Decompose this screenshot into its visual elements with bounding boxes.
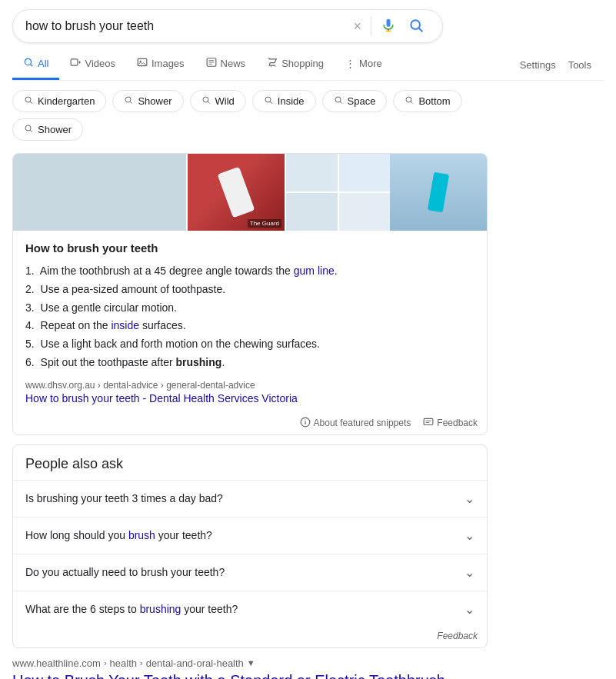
chip-bottom[interactable]: Bottom <box>393 90 461 112</box>
snippet-feedback-label: Feedback <box>437 418 478 428</box>
chip-search-icon-3 <box>264 95 273 107</box>
snippet-steps: 1. Aim the toothbrush at a 45 degree ang… <box>25 262 474 372</box>
svg-rect-0 <box>387 18 391 26</box>
snippet-feedback-btn[interactable]: Feedback <box>423 417 478 430</box>
chip-label-4: Space <box>348 95 376 107</box>
tab-shopping[interactable]: Shopping <box>256 49 335 80</box>
chip-search-icon-2 <box>201 95 211 107</box>
chip-shower-1[interactable]: Shower <box>112 90 183 112</box>
snippet-image-grid[interactable] <box>286 154 390 231</box>
image-watermark: The Guard <box>248 219 281 228</box>
tab-more[interactable]: ⋮ More <box>335 50 393 79</box>
svg-point-15 <box>25 97 31 102</box>
voice-icon[interactable] <box>375 18 402 35</box>
svg-point-14 <box>275 66 276 67</box>
chip-wild[interactable]: Wild <box>190 90 246 112</box>
tab-videos-label: Videos <box>85 58 115 69</box>
step-1: 1. Aim the toothbrush at a 45 degree ang… <box>25 262 474 281</box>
snippet-source-link[interactable]: How to brush your teeth - Dental Health … <box>25 392 474 404</box>
paa-item-3[interactable]: What are the 6 steps to brushing your te… <box>13 591 487 627</box>
svg-line-22 <box>270 102 271 103</box>
result-title-link-0[interactable]: How to Brush Your Teeth with a Standard … <box>12 671 488 679</box>
svg-point-17 <box>125 97 131 102</box>
svg-point-21 <box>265 97 271 102</box>
step-1-link[interactable]: gum line <box>294 265 335 277</box>
tab-images[interactable]: Images <box>126 49 195 80</box>
svg-marker-6 <box>79 61 81 65</box>
info-icon <box>300 417 311 430</box>
chip-label-2: Wild <box>215 95 235 107</box>
chip-label-0: Kindergarten <box>38 95 95 107</box>
snippet-title: How to brush your teeth <box>25 241 474 255</box>
paa-question-1: How long should you brush your teeth? <box>25 529 212 541</box>
settings-tools-row: Settings Tools <box>508 59 604 71</box>
tab-videos[interactable]: Videos <box>59 49 126 80</box>
result-path-1: health <box>110 657 137 669</box>
result-domain-0: www.healthline.com <box>12 657 101 669</box>
paa-chevron-1: ⌄ <box>464 528 474 543</box>
about-snippets-btn[interactable]: About featured snippets <box>300 417 411 430</box>
paa-link-1[interactable]: brush <box>128 529 155 541</box>
chip-kindergarten[interactable]: Kindergarten <box>12 90 106 112</box>
chip-inside[interactable]: Inside <box>252 90 316 112</box>
snippet-image-main[interactable]: The Guard <box>188 154 286 231</box>
svg-line-24 <box>340 102 341 103</box>
svg-point-1 <box>411 20 420 29</box>
chip-search-icon-4 <box>334 95 343 107</box>
paa-header: People also ask <box>13 445 487 480</box>
tab-news-label: News <box>221 58 246 69</box>
shopping-icon <box>267 57 278 70</box>
search-input[interactable] <box>25 19 347 33</box>
step-4-link[interactable]: inside <box>111 319 139 331</box>
clear-icon[interactable]: × <box>347 18 368 35</box>
paa-item-2[interactable]: Do you actually need to brush your teeth… <box>13 554 487 591</box>
divider <box>371 17 371 35</box>
svg-line-28 <box>30 130 32 131</box>
svg-rect-32 <box>424 418 433 424</box>
snippet-body: How to brush your teeth 1. Aim the tooth… <box>13 231 487 412</box>
snippet-image-last[interactable] <box>390 154 487 231</box>
videos-icon <box>70 57 81 70</box>
tab-shopping-label: Shopping <box>281 58 324 69</box>
svg-line-16 <box>30 102 32 103</box>
svg-point-19 <box>203 97 208 102</box>
featured-snippet: The Guard How to brush your teeth 1. Aim… <box>12 153 488 435</box>
svg-point-31 <box>305 419 305 420</box>
tab-news[interactable]: News <box>195 49 257 80</box>
search-button[interactable] <box>402 18 430 35</box>
paa-item-0[interactable]: Is brushing your teeth 3 times a day bad… <box>13 480 487 517</box>
search-bar[interactable]: × <box>12 9 443 43</box>
chip-label-3: Inside <box>278 95 305 107</box>
chip-space[interactable]: Space <box>322 90 388 112</box>
nav-tabs: All Videos Images <box>12 49 604 81</box>
paa-question-3: What are the 6 steps to brushing your te… <box>25 603 238 615</box>
chip-shower-2[interactable]: Shower <box>12 118 83 141</box>
step-5: 5. Use a light back and forth motion on … <box>25 335 474 354</box>
settings-link[interactable]: Settings <box>520 59 556 71</box>
snippet-image-group-1[interactable] <box>13 154 188 231</box>
main-content: Kindergarten Shower Wild Inside Space <box>0 81 500 679</box>
chip-search-icon-0 <box>24 95 33 107</box>
result-item-0: www.healthline.com › health › dental-and… <box>12 657 488 679</box>
paa-item-1[interactable]: How long should you brush your teeth? ⌄ <box>13 517 487 554</box>
svg-line-20 <box>208 102 209 103</box>
svg-point-13 <box>271 66 271 67</box>
paa-section: People also ask Is brushing your teeth 3… <box>12 444 488 648</box>
breadcrumb-arrow-0: › <box>104 658 107 667</box>
tab-all[interactable]: All <box>12 49 59 80</box>
tools-link[interactable]: Tools <box>568 59 591 71</box>
svg-point-27 <box>25 125 31 131</box>
breadcrumb-dropdown-icon[interactable]: ▼ <box>247 658 255 667</box>
paa-link-3[interactable]: brushing <box>140 603 181 615</box>
more-dots-icon: ⋮ <box>345 58 355 69</box>
step-4: 4. Repeat on the inside surfaces. <box>25 317 474 335</box>
result-breadcrumb-0: www.healthline.com › health › dental-and… <box>12 657 488 669</box>
step-3: 3. Use a gentle circular motion. <box>25 299 474 318</box>
step-6: 6. Spit out the toothpaste after brushin… <box>25 354 474 372</box>
chip-label-1: Shower <box>138 95 171 107</box>
snippet-images[interactable]: The Guard <box>13 154 487 231</box>
result-path-2: dental-and-oral-health <box>146 657 244 669</box>
paa-feedback[interactable]: Feedback <box>13 627 487 647</box>
chip-search-icon-6 <box>24 124 33 135</box>
mic-svg <box>381 18 396 33</box>
